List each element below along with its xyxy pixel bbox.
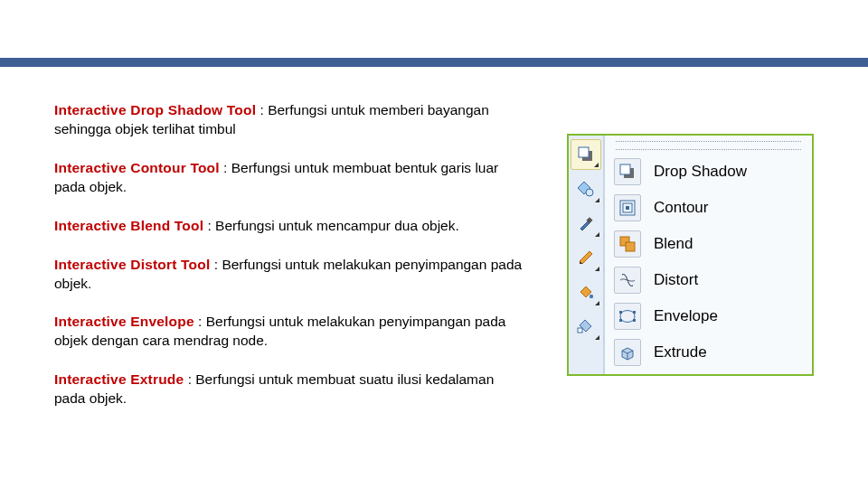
flyout-drag-handle[interactable] bbox=[616, 141, 801, 150]
flyout-item-drop-shadow[interactable]: Drop Shadow bbox=[605, 154, 812, 190]
flyout-item-extrude[interactable]: Extrude bbox=[605, 334, 812, 371]
svg-rect-10 bbox=[626, 206, 629, 210]
toolbar-outline-button[interactable] bbox=[571, 242, 601, 273]
toolbar-fill-button[interactable] bbox=[571, 277, 601, 307]
interactive-fill-icon bbox=[577, 317, 595, 335]
text-column: Interactive Drop Shadow Tool : Berfungsi… bbox=[54, 101, 524, 428]
flyout-indicator-icon bbox=[595, 267, 599, 271]
drop-shadow-icon bbox=[614, 158, 641, 185]
flyout-indicator-icon bbox=[595, 232, 599, 237]
flyout-indicator-icon bbox=[594, 163, 599, 167]
flyout-label: Blend bbox=[654, 235, 693, 253]
tool-title: Interactive Contour Tool bbox=[54, 160, 220, 175]
toolbar-eyedropper-button[interactable] bbox=[571, 208, 601, 239]
svg-point-4 bbox=[590, 295, 593, 298]
outline-pen-icon bbox=[577, 249, 595, 267]
flyout-indicator-icon bbox=[595, 335, 599, 340]
svg-rect-1 bbox=[579, 147, 589, 157]
svg-point-2 bbox=[586, 189, 593, 196]
tool-desc-drop-shadow: Interactive Drop Shadow Tool : Berfungsi… bbox=[54, 101, 524, 139]
tool-title: Interactive Drop Shadow Tool bbox=[54, 102, 256, 117]
svg-rect-12 bbox=[626, 242, 635, 251]
slide-content: Interactive Drop Shadow Tool : Berfungsi… bbox=[54, 101, 814, 428]
svg-rect-13 bbox=[619, 311, 622, 314]
flyout-item-envelope[interactable]: Envelope bbox=[605, 298, 812, 334]
flyout-label: Contour bbox=[654, 199, 708, 217]
flyout-item-blend[interactable]: Blend bbox=[605, 226, 812, 262]
tool-title: Interactive Distort Tool bbox=[54, 257, 210, 272]
extrude-icon bbox=[614, 339, 641, 366]
flyout-label: Envelope bbox=[654, 307, 718, 325]
svg-rect-14 bbox=[633, 311, 636, 314]
toolbar-transparency-button[interactable] bbox=[571, 174, 601, 204]
tool-text: : Berfungsi untuk mencampur dua objek. bbox=[207, 218, 458, 233]
distort-icon bbox=[614, 267, 641, 294]
transparency-icon bbox=[577, 180, 595, 198]
tool-title: Interactive Envelope bbox=[54, 314, 194, 329]
flyout-panel: Drop Shadow Contour bbox=[604, 136, 812, 374]
svg-rect-5 bbox=[578, 328, 582, 333]
toolbar-blend-button[interactable] bbox=[571, 139, 601, 170]
contour-icon bbox=[614, 194, 641, 221]
flyout-item-contour[interactable]: Contour bbox=[605, 190, 812, 226]
flyout-indicator-icon bbox=[595, 301, 599, 305]
tool-desc-blend: Interactive Blend Tool : Berfungsi untuk… bbox=[54, 217, 524, 236]
fill-bucket-icon bbox=[577, 283, 595, 301]
screenshot-column: Drop Shadow Contour bbox=[524, 101, 814, 428]
eyedropper-icon bbox=[577, 214, 595, 232]
flyout-label: Distort bbox=[654, 271, 698, 289]
docked-toolbar bbox=[569, 136, 604, 374]
flyout-label: Extrude bbox=[654, 343, 707, 361]
svg-rect-7 bbox=[620, 164, 630, 174]
flyout-item-distort[interactable]: Distort bbox=[605, 262, 812, 298]
envelope-icon bbox=[614, 303, 641, 330]
tool-title: Interactive Extrude bbox=[54, 371, 184, 387]
coreldraw-flyout-screenshot: Drop Shadow Contour bbox=[567, 134, 814, 376]
tool-desc-extrude: Interactive Extrude : Berfungsi untuk me… bbox=[54, 371, 524, 408]
tool-desc-contour: Interactive Contour Tool : Berfungsi unt… bbox=[54, 159, 524, 197]
tool-desc-envelope: Interactive Envelope : Berfungsi untuk m… bbox=[54, 313, 524, 351]
svg-rect-16 bbox=[633, 319, 636, 322]
drop-shadow-tool-icon bbox=[577, 145, 595, 164]
blend-icon bbox=[614, 230, 641, 258]
tool-title: Interactive Blend Tool bbox=[54, 218, 203, 233]
svg-rect-15 bbox=[619, 319, 622, 322]
flyout-label: Drop Shadow bbox=[654, 163, 747, 181]
toolbar-interactive-fill-button[interactable] bbox=[571, 311, 601, 342]
flyout-indicator-icon bbox=[595, 198, 599, 202]
header-rule bbox=[0, 58, 868, 67]
tool-desc-distort: Interactive Distort Tool : Berfungsi unt… bbox=[54, 256, 524, 294]
